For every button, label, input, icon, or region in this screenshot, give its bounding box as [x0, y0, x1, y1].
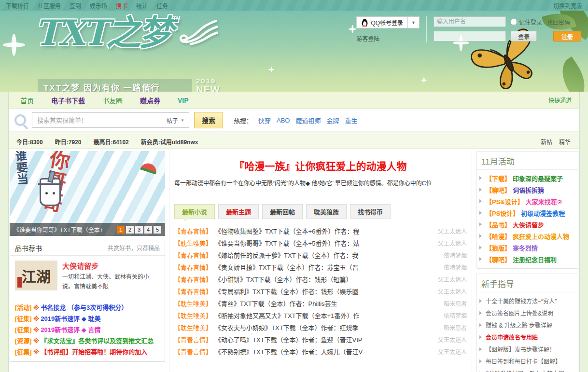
topbar-link-tasks[interactable]: 任务: [156, 1, 168, 10]
thread-title-link[interactable]: 《怪物收集图鉴》TXT下载（全本+6番外）作者：程: [215, 226, 434, 235]
hot-link[interactable]: ABO: [277, 117, 290, 124]
topbar-link-playground[interactable]: 娱乐场: [90, 1, 107, 10]
thread-title-link[interactable]: 《动心了吗》TXT下载（全本）作者：鱼迎（晋江VIP: [215, 335, 434, 344]
remember-checkbox[interactable]: [511, 19, 517, 25]
search-button[interactable]: 搜索: [194, 112, 223, 128]
thread-title-link[interactable]: 《断袖对象他又高又大》TXT下载（全本+1番外）作: [215, 311, 440, 320]
guest-login-link[interactable]: 游客登陆: [356, 34, 420, 42]
search-input[interactable]: [32, 113, 162, 127]
tab-latest-topics[interactable]: 最新主题: [218, 204, 259, 219]
author-link[interactable]: 父王太迷人: [438, 287, 467, 295]
nav-item-home[interactable]: 首页: [12, 96, 42, 105]
author-link[interactable]: 父王太迷人: [438, 347, 467, 356]
thread-title-link[interactable]: 《不熟别撩》TXT下载（全本）作者：大婉儿（晋江V: [215, 347, 434, 356]
register-button[interactable]: 注册: [553, 31, 581, 41]
sidebar-item[interactable]: 【聊吧】词语拆拆猜: [479, 184, 575, 195]
hot-link[interactable]: 金牌: [327, 116, 339, 125]
thread-title-link[interactable]: 《专属福利》TXT下载（全本）作者：钱形（娱乐圈: [215, 287, 434, 296]
search-scope-select[interactable]: 帖子 ▼: [162, 113, 189, 127]
site-logo[interactable]: TXT之梦TM: [35, 15, 219, 50]
thread-title-link[interactable]: 《小甜饼》TXT下载（全本）作者：钱形（短篇）: [215, 275, 434, 284]
list-item[interactable]: [征集]※2019新书速评 ◆ 耽美: [15, 313, 160, 324]
sidebar-item[interactable]: 【哈漫】疯狂爱上の动漫人物: [479, 230, 575, 242]
promo-headline[interactable]: 『哈漫一族』让你疯狂爱上的动漫人物: [174, 158, 467, 173]
hot-link[interactable]: 魔道祖师: [296, 116, 321, 125]
carousel-banner[interactable]: 谁要当 你哥哥 《谁要当你哥哥》TXT下载（全本+ 1 2 3 4 5: [10, 151, 165, 236]
qq-login-button[interactable]: QQ帐号登录: [356, 16, 408, 28]
sidebar-item[interactable]: 【狼版】寒冬烈情: [479, 242, 575, 253]
topbar-link-checkin[interactable]: 签到: [70, 1, 81, 10]
sidebar-item[interactable]: 【聊吧】注册纪念日福利: [479, 253, 575, 265]
nav-item-ebook-download[interactable]: 电子书下载: [42, 96, 94, 105]
quick-channel-link[interactable]: 快捷通道: [548, 96, 576, 104]
qq-login-dropdown[interactable]: ▼: [408, 16, 420, 28]
tab-latest-novels[interactable]: 最新小说: [174, 204, 215, 219]
category-link[interactable]: 【青春言情】: [174, 262, 212, 272]
category-link[interactable]: 【青春言情】: [174, 287, 212, 296]
author-link[interactable]: 稻米忍者: [444, 323, 467, 331]
list-item[interactable]: [征集]※【书评组】开始招募啦！期待你的加入: [15, 346, 160, 358]
tab-find-books[interactable]: 找书得币: [350, 204, 391, 219]
category-link[interactable]: 【青春言情】: [174, 275, 212, 284]
remember-login[interactable]: 记住登录: [511, 18, 542, 26]
topbar-link-download-rank[interactable]: 下载排行: [6, 1, 29, 10]
sidebar-item[interactable]: 赚钱 & 升级之路 步骤详解: [479, 319, 575, 331]
author-link[interactable]: 父王太迷人: [438, 239, 467, 247]
sidebar-item[interactable]: 会员签名图片上传处&说明: [479, 307, 575, 319]
author-link[interactable]: 父王太迷人: [438, 275, 467, 283]
nav-item-book-friends[interactable]: 书友圈: [94, 96, 131, 105]
tab-danmei-wolf[interactable]: 耽美狼族: [306, 204, 347, 219]
category-link[interactable]: 【青春言情】: [174, 226, 212, 235]
author-link[interactable]: 父王太迷人: [438, 335, 467, 344]
author-link[interactable]: 依晴梦烟: [444, 251, 467, 259]
book-cover[interactable]: 江湖: [15, 261, 57, 290]
thread-title-link[interactable]: 《女农夫与小娇娘》TXT下载（全本）作者：红烧季: [215, 323, 440, 332]
category-link[interactable]: 【耽生唯美】: [174, 323, 212, 332]
category-link[interactable]: 【耽生唯美】: [174, 311, 212, 320]
sidebar-item[interactable]: 十全十美的赚钱方法~“穷人”: [479, 295, 575, 307]
topbar-link-community-service[interactable]: 社区服务: [38, 1, 61, 10]
category-link[interactable]: 【耽生唯美】: [174, 238, 212, 248]
list-item[interactable]: [活动]※书名接龙 （参与3次可得积分）: [15, 302, 160, 313]
login-button[interactable]: 登录: [511, 31, 537, 41]
thread-title-link[interactable]: 《贵女娇且撩》TXT下载（全本）作者：苏宝玉（晋: [215, 262, 440, 272]
category-link[interactable]: 【青春言情】: [174, 250, 212, 260]
new-posts-link[interactable]: 新帖: [541, 138, 552, 146]
author-link[interactable]: 依晴梦烟: [444, 263, 467, 271]
sidebar-item[interactable]: 【PS设计】初级动漫签教程: [479, 207, 575, 219]
hot-link[interactable]: 快穿: [258, 116, 271, 125]
pager-dot[interactable]: 5: [154, 226, 161, 234]
pager-dot[interactable]: 2: [126, 226, 134, 234]
pager-dot[interactable]: 4: [144, 226, 152, 234]
author-link[interactable]: 父王太迷人: [438, 227, 467, 235]
thread-title-link[interactable]: 《嫁给前任的反派干爹》TXT下载（全本）作者：我: [215, 250, 440, 260]
list-item[interactable]: [征集]※2019新书速评 ◆ 言情: [15, 324, 160, 335]
category-link[interactable]: 【青春言情】: [174, 335, 212, 344]
book-title-link[interactable]: 大侠请留步: [62, 261, 160, 271]
sidebar-item[interactable]: 会员申请改名专用贴: [479, 331, 575, 343]
username-input[interactable]: [434, 16, 506, 27]
category-link[interactable]: 【青春言情】: [174, 347, 212, 356]
pager-dot[interactable]: 1: [117, 226, 125, 234]
sidebar-item[interactable]: 5分钟升级村民，融入之梦大家: [479, 367, 575, 372]
nav-item-vip[interactable]: VIP: [169, 96, 197, 104]
hot-link[interactable]: 重生: [345, 116, 358, 125]
sidebar-item[interactable]: 【品书】大侠请留步: [479, 219, 575, 230]
author-link[interactable]: 依晴梦烟: [444, 311, 467, 319]
nav-item-earn-points[interactable]: 赚点券: [131, 96, 169, 105]
thread-title-link[interactable]: 《青丝》TXT下载（全本）作者：Phillis芸生: [215, 299, 440, 308]
author-link[interactable]: 稻米忍者: [444, 299, 467, 307]
topbar-link-book-search[interactable]: 搜书: [116, 1, 127, 10]
forgot-password-link[interactable]: 找回密码: [547, 18, 570, 26]
sidebar-item[interactable]: 【下载】印象深的悬疑案子: [479, 172, 575, 184]
list-item[interactable]: [资源]※『求文法宝』各类书评以及签到推文汇总: [15, 335, 160, 346]
topbar-link-statistics[interactable]: 统计: [136, 1, 148, 10]
tab-latest-replies[interactable]: 最新回帖: [262, 204, 303, 219]
sidebar-item[interactable]: 【图解版】发书步骤详解！: [479, 343, 575, 355]
sidebar-item[interactable]: 【PS&设计】大家来找茬②: [479, 195, 575, 207]
thread-title-link[interactable]: 《谁要当你哥哥》TXT下载（全本+5番外）作者：姑: [215, 238, 434, 248]
carousel-caption-text[interactable]: 《谁要当你哥哥》TXT下载（全本+: [14, 225, 103, 234]
pager-dot[interactable]: 3: [135, 226, 143, 234]
digest-link[interactable]: 精华: [559, 138, 571, 146]
category-link[interactable]: 【耽生唯美】: [174, 299, 212, 308]
